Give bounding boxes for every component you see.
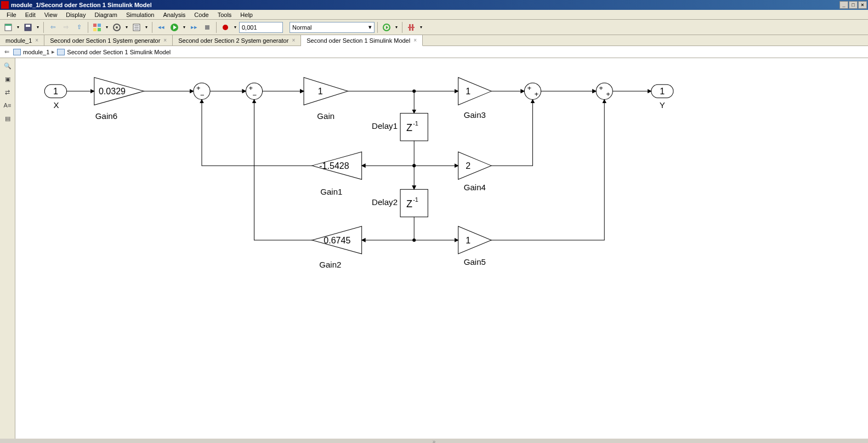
menu-simulation[interactable]: Simulation [122, 10, 158, 19]
canvas-side-toolbar: 🔍 ▣ ⇄ A≡ ▤ [0, 58, 15, 439]
svg-text:-1: -1 [413, 120, 418, 127]
delay2-label: Delay2 [372, 197, 398, 207]
stop-button[interactable] [201, 21, 213, 33]
toggle-perspective-icon[interactable]: ⇄ [2, 87, 14, 98]
record-button[interactable] [219, 21, 231, 33]
new-model-button[interactable] [2, 21, 14, 33]
maximize-button[interactable]: □ [849, 1, 858, 9]
image-icon[interactable]: ▤ [2, 113, 14, 124]
breadcrumb-current[interactable]: Second oder Section 1 Simulink Model [67, 49, 171, 55]
build-dropdown[interactable]: ▾ [418, 21, 424, 33]
gain4-block[interactable]: 2 Gain4 [458, 152, 491, 192]
forward-button[interactable]: ⇨ [60, 21, 72, 33]
delay2-block[interactable]: Z -1 Delay2 [372, 189, 428, 217]
svg-rect-16 [205, 25, 209, 30]
sum1-block[interactable]: + − [194, 83, 210, 99]
expand-handle-icon[interactable]: » [0, 439, 868, 443]
inport-block[interactable]: 1 X [44, 84, 66, 109]
model-explorer-dropdown[interactable]: ▾ [144, 21, 149, 33]
model-config-button[interactable] [111, 21, 123, 33]
svg-marker-48 [458, 152, 491, 179]
gain2-value: 0.6745 [324, 235, 350, 245]
model-canvas[interactable]: 1 X 0.0329 Gain6 + − + − [15, 58, 868, 439]
menu-help[interactable]: Help [236, 10, 257, 19]
save-dropdown[interactable]: ▾ [35, 21, 41, 33]
outport-block[interactable]: 1 Y [651, 84, 673, 109]
simulation-mode-select[interactable]: Normal ▾ [290, 22, 375, 33]
gain-block[interactable]: 1 Gain [304, 77, 348, 120]
gain5-label: Gain5 [464, 257, 486, 266]
stop-time-input[interactable] [239, 22, 283, 33]
zoom-icon[interactable]: 🔍 [2, 60, 14, 71]
svg-rect-1 [5, 24, 12, 26]
fast-restart-button[interactable] [381, 21, 393, 33]
outport-label: Y [660, 100, 665, 110]
gain4-label: Gain4 [464, 183, 486, 192]
library-dropdown[interactable]: ▾ [104, 21, 110, 33]
step-forward-button[interactable]: ▸▸ [188, 21, 200, 33]
fast-restart-dropdown[interactable]: ▾ [394, 21, 399, 33]
menu-display[interactable]: Display [61, 10, 90, 19]
tab-module1[interactable]: module_1 × [0, 35, 44, 46]
back-button[interactable]: ⇦ [47, 21, 59, 33]
svg-rect-3 [26, 25, 30, 27]
build-button[interactable] [405, 21, 417, 33]
outport-value: 1 [660, 86, 665, 96]
sum4-block[interactable]: + + [596, 83, 612, 99]
close-button[interactable]: × [858, 1, 867, 9]
tab-close-icon[interactable]: × [292, 37, 295, 43]
delay1-block[interactable]: Z -1 Delay1 [372, 113, 428, 141]
library-browser-button[interactable] [91, 21, 103, 33]
svg-rect-6 [93, 28, 97, 31]
svg-marker-19 [386, 26, 388, 29]
svg-text:+: + [599, 84, 603, 92]
tab-label: module_1 [5, 37, 32, 44]
run-dropdown[interactable]: ▾ [181, 21, 187, 33]
gain2-block[interactable]: 0.6745 Gain2 [312, 226, 362, 269]
tab-section1-sysgen[interactable]: Second oder Section 1 System generator × [44, 35, 173, 46]
model-explorer-button[interactable] [131, 21, 143, 33]
subsystem-icon [57, 49, 65, 55]
tab-close-icon[interactable]: × [163, 37, 167, 43]
gain6-value: 0.0329 [99, 86, 126, 96]
gain6-block[interactable]: 0.0329 Gain6 [94, 77, 144, 120]
gain1-block[interactable]: -1.5428 Gain1 [312, 152, 362, 196]
model-config-dropdown[interactable]: ▾ [124, 21, 129, 33]
svg-rect-44 [400, 189, 428, 217]
toolbar: ▾ ▾ ⇦ ⇨ ⇧ ▾ ▾ ▾ ◂◂ ▾ ▸▸ ▾ Normal ▾ ▾ ▾ [0, 20, 868, 35]
menu-view[interactable]: View [40, 10, 62, 19]
save-button[interactable] [22, 21, 34, 33]
svg-point-9 [116, 26, 118, 29]
annotation-icon[interactable]: A≡ [2, 100, 14, 111]
sum3-block[interactable]: + + [524, 83, 541, 99]
gain6-label: Gain6 [95, 111, 117, 121]
up-button[interactable]: ⇧ [73, 21, 85, 33]
step-back-button[interactable]: ◂◂ [155, 21, 167, 33]
tab-section1-simulink[interactable]: Second oder Section 1 Simulink Model × [301, 35, 423, 46]
breadcrumb-back-icon[interactable]: ⇐ [2, 48, 11, 55]
tab-close-icon[interactable]: × [413, 37, 417, 43]
breadcrumb-bar: ⇐ module_1 ▸ Second oder Section 1 Simul… [0, 46, 868, 58]
breadcrumb-root[interactable]: module_1 [23, 49, 49, 55]
svg-text:+: + [534, 90, 538, 98]
fit-view-icon[interactable]: ▣ [2, 73, 14, 84]
gain5-value: 1 [466, 235, 470, 245]
svg-rect-5 [98, 24, 101, 27]
gain3-label: Gain3 [464, 110, 486, 120]
sum2-block[interactable]: + − [246, 83, 262, 99]
menu-code[interactable]: Code [190, 10, 213, 19]
gain5-block[interactable]: 1 Gain5 [458, 226, 491, 266]
menu-edit[interactable]: Edit [21, 10, 40, 19]
svg-text:−: − [253, 91, 257, 99]
new-model-dropdown[interactable]: ▾ [15, 21, 21, 33]
minimize-button[interactable]: _ [839, 1, 848, 9]
menu-diagram[interactable]: Diagram [90, 10, 122, 19]
menu-file[interactable]: File [2, 10, 21, 19]
gain3-block[interactable]: 1 Gain3 [458, 77, 491, 119]
record-dropdown[interactable]: ▾ [232, 21, 238, 33]
tab-close-icon[interactable]: × [35, 37, 38, 43]
menu-analysis[interactable]: Analysis [158, 10, 190, 19]
run-button[interactable] [168, 21, 180, 33]
menu-tools[interactable]: Tools [213, 10, 236, 19]
tab-section2-sysgen[interactable]: Second oder Section 2 System generator × [173, 35, 301, 46]
